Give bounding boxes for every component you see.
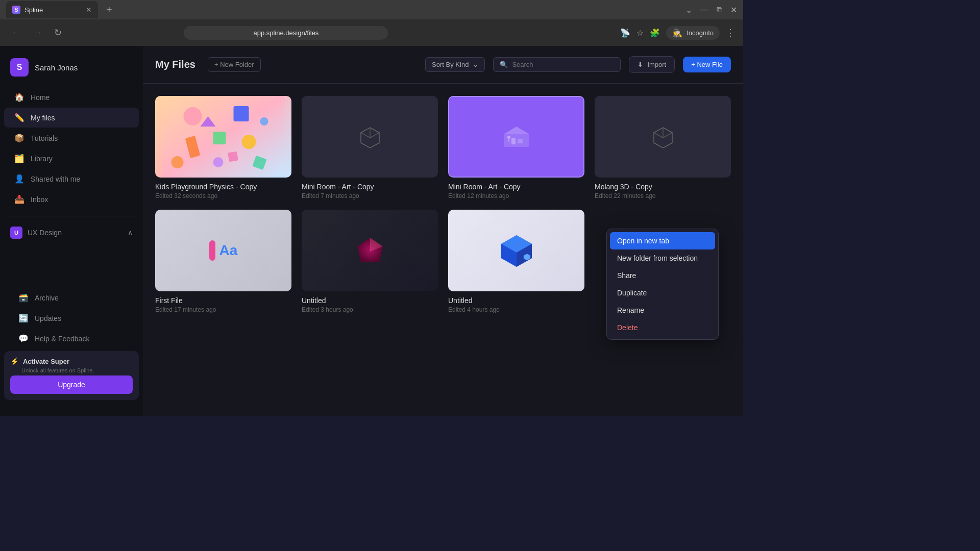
menu-icon[interactable]: ⋮ bbox=[726, 27, 735, 38]
file-name-molang: Molang 3D - Copy bbox=[595, 183, 731, 191]
group-name: UX Design bbox=[28, 229, 62, 237]
upgrade-button[interactable]: Upgrade bbox=[10, 375, 133, 394]
svg-rect-18 bbox=[518, 139, 523, 143]
back-button[interactable]: ← bbox=[8, 26, 23, 40]
file-card-untitled-2[interactable]: Untitled Edited 4 hours ago bbox=[448, 210, 584, 313]
context-item-new-folder[interactable]: New folder from selection bbox=[610, 249, 715, 267]
file-thumbnail-untitled-1 bbox=[302, 210, 438, 291]
svg-rect-2 bbox=[234, 106, 249, 121]
sidebar-item-updates[interactable]: 🔄 Updates bbox=[8, 308, 135, 328]
svg-point-10 bbox=[260, 117, 268, 126]
new-tab-icon[interactable]: + bbox=[102, 4, 116, 16]
context-item-duplicate[interactable]: Duplicate bbox=[610, 284, 715, 302]
sidebar-item-archive-label: Archive bbox=[35, 294, 59, 302]
incognito-icon: 🕵️ bbox=[672, 28, 682, 38]
sidebar-item-inbox[interactable]: 📥 Inbox bbox=[4, 189, 139, 209]
file-name-untitled-2: Untitled bbox=[448, 296, 584, 305]
window-restore-icon[interactable]: ⧉ bbox=[717, 5, 722, 14]
file-card-mini-room-2[interactable]: Mini Room - Art - Copy Edited 12 minutes… bbox=[448, 96, 584, 199]
file-name-kids-playground: Kids Playground Physics - Copy bbox=[155, 183, 291, 191]
file-info-first-file: First File Edited 17 minutes ago bbox=[155, 296, 291, 313]
context-item-open-new-tab[interactable]: Open in new tab bbox=[610, 232, 715, 249]
activate-title: Activate Super bbox=[23, 358, 69, 365]
sidebar-item-help-label: Help & Feedback bbox=[35, 335, 89, 343]
file-date-mini-room-2: Edited 12 minutes ago bbox=[448, 192, 584, 199]
activate-header: ⚡ Activate Super bbox=[10, 357, 133, 365]
file-info-kids-playground: Kids Playground Physics - Copy Edited 32… bbox=[155, 183, 291, 199]
file-grid: Kids Playground Physics - Copy Edited 32… bbox=[143, 84, 743, 325]
sidebar-group-ux-design[interactable]: U UX Design ∧ bbox=[0, 222, 143, 243]
chevron-up-icon: ∧ bbox=[128, 229, 133, 237]
sidebar-item-shared[interactable]: 👤 Shared with me bbox=[4, 169, 139, 189]
file-date-untitled-2: Edited 4 hours ago bbox=[448, 306, 584, 313]
context-item-share[interactable]: Share bbox=[610, 267, 715, 284]
file-card-molang[interactable]: Molang 3D - Copy Edited 22 minutes ago O… bbox=[595, 96, 731, 199]
svg-point-6 bbox=[213, 157, 224, 167]
activate-super-panel: ⚡ Activate Super Unlock all features on … bbox=[4, 351, 139, 400]
bookmark-icon[interactable]: ☆ bbox=[636, 28, 644, 38]
window-close-icon[interactable]: ✕ bbox=[730, 5, 737, 15]
file-date-molang: Edited 22 minutes ago bbox=[595, 192, 731, 199]
cube-3d-icon bbox=[358, 124, 382, 149]
shared-icon: 👤 bbox=[14, 174, 24, 184]
blue-cube-3d-icon bbox=[496, 233, 537, 268]
sidebar-item-help[interactable]: 💬 Help & Feedback bbox=[8, 329, 135, 348]
search-input[interactable] bbox=[512, 61, 614, 68]
active-tab[interactable]: S Spline ✕ bbox=[6, 1, 98, 18]
file-card-first-file[interactable]: Aa First File Edited 17 minutes ago bbox=[155, 210, 291, 313]
svg-line-13 bbox=[370, 133, 379, 138]
context-item-rename[interactable]: Rename bbox=[610, 302, 715, 319]
main-content: My Files + New Folder Sort By Kind ⌄ 🔍 ⬇… bbox=[143, 46, 743, 416]
sidebar-divider bbox=[8, 216, 135, 216]
svg-marker-16 bbox=[504, 127, 529, 134]
file-date-kids-playground: Edited 32 seconds ago bbox=[155, 192, 291, 199]
import-button[interactable]: ⬇ Import bbox=[629, 56, 675, 73]
forward-button[interactable]: → bbox=[30, 26, 45, 40]
new-folder-button[interactable]: + New Folder bbox=[208, 57, 261, 72]
incognito-label: Incognito bbox=[687, 29, 714, 37]
sidebar-item-home[interactable]: 🏠 Home bbox=[4, 87, 139, 107]
sort-label: Sort By Kind bbox=[432, 61, 469, 68]
new-file-button[interactable]: + New File bbox=[683, 57, 731, 72]
tab-bar: S Spline ✕ + ⌄ — ⧉ ✕ bbox=[0, 0, 743, 19]
sidebar-item-my-files[interactable]: ✏️ My files bbox=[4, 108, 139, 128]
tab-title: Spline bbox=[24, 6, 82, 14]
file-name-untitled-1: Untitled bbox=[302, 296, 438, 305]
sidebar-item-home-label: Home bbox=[31, 93, 50, 102]
help-icon: 💬 bbox=[18, 334, 29, 343]
context-item-delete[interactable]: Delete bbox=[610, 319, 715, 336]
window-minimize-icon2[interactable]: — bbox=[700, 5, 708, 14]
file-card-untitled-1[interactable]: Untitled Edited 3 hours ago bbox=[302, 210, 438, 313]
sidebar-item-library[interactable]: 🗂️ Library bbox=[4, 148, 139, 168]
file-thumbnail-mini-room-1 bbox=[302, 96, 438, 178]
address-input[interactable] bbox=[184, 26, 388, 40]
file-info-untitled-1: Untitled Edited 3 hours ago bbox=[302, 296, 438, 313]
import-label: Import bbox=[647, 61, 666, 68]
incognito-button[interactable]: 🕵️ Incognito bbox=[666, 26, 720, 40]
file-date-mini-room-1: Edited 7 minutes ago bbox=[302, 192, 438, 199]
file-name-mini-room-2: Mini Room - Art - Copy bbox=[448, 183, 584, 191]
home-icon: 🏠 bbox=[14, 92, 24, 102]
sidebar-item-archive[interactable]: 🗃️ Archive bbox=[8, 288, 135, 308]
file-thumbnail-untitled-2 bbox=[448, 210, 584, 291]
svg-point-4 bbox=[242, 135, 256, 149]
my-files-icon: ✏️ bbox=[14, 113, 24, 122]
svg-rect-9 bbox=[228, 152, 238, 162]
sort-dropdown[interactable]: Sort By Kind ⌄ bbox=[425, 57, 485, 72]
svg-rect-20 bbox=[508, 139, 509, 142]
extension-icon[interactable]: 🧩 bbox=[650, 28, 660, 38]
bottom-nav: 🗃️ Archive 🔄 Updates 💬 Help & Feedback bbox=[4, 285, 139, 351]
file-card-kids-playground[interactable]: Kids Playground Physics - Copy Edited 32… bbox=[155, 96, 291, 199]
activate-subtitle: Unlock all features on Spline. bbox=[10, 367, 133, 373]
tab-close-icon[interactable]: ✕ bbox=[86, 6, 92, 14]
svg-point-1 bbox=[184, 107, 202, 126]
address-bar: ← → ↻ 📡 ☆ 🧩 🕵️ Incognito ⋮ bbox=[0, 19, 743, 46]
sidebar-bottom: 🗃️ Archive 🔄 Updates 💬 Help & Feedback ⚡… bbox=[0, 281, 143, 408]
pink-cylinder-shape bbox=[209, 240, 215, 261]
group-title: U UX Design bbox=[10, 227, 62, 239]
cast-icon[interactable]: 📡 bbox=[620, 28, 630, 38]
refresh-button[interactable]: ↻ bbox=[51, 25, 65, 40]
file-card-mini-room-1[interactable]: Mini Room - Art - Copy Edited 7 minutes … bbox=[302, 96, 438, 199]
window-minimize-icon[interactable]: ⌄ bbox=[685, 5, 692, 15]
sidebar-item-tutorials[interactable]: 📦 Tutorials bbox=[4, 128, 139, 148]
